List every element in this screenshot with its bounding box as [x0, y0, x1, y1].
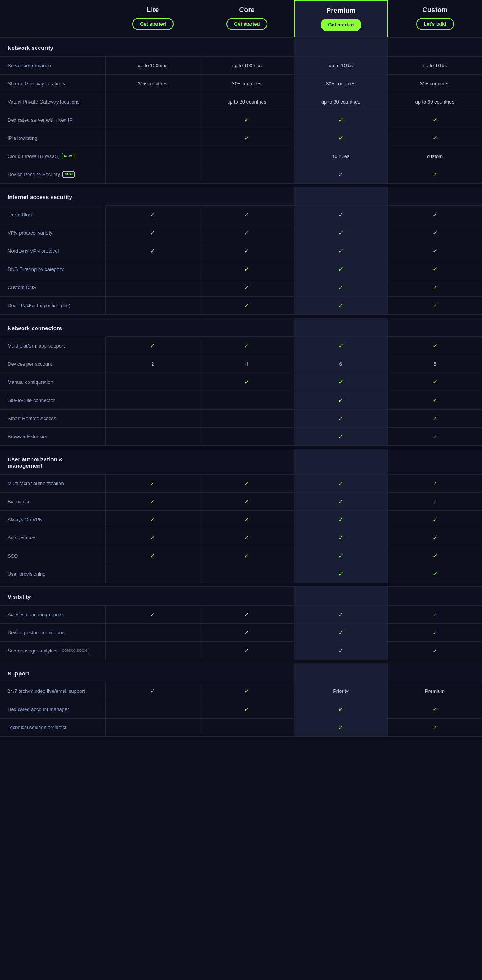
value-cell-1-1-0: ✓: [106, 224, 200, 242]
check-icon-0-3-3: ✓: [433, 116, 437, 124]
value-cell-3-5-2: ✓: [294, 565, 388, 583]
value-cell-1-0-3: ✓: [388, 206, 482, 224]
feature-row-0-0: Server performanceup to 100mbsup to 100m…: [0, 57, 482, 75]
feature-name-1-5: Deep Packet Inspection (lite): [0, 297, 106, 314]
check-icon-2-2-1: ✓: [244, 379, 249, 386]
section-fill-0-1: [200, 38, 294, 56]
feature-row-1-4: Custom DNS✓✓✓: [0, 278, 482, 297]
feature-row-5-1: Dedicated account manager✓✓✓: [0, 700, 482, 719]
value-cell-3-3-1: ✓: [200, 529, 294, 547]
feature-row-0-4: IP allowlisting✓✓✓: [0, 129, 482, 147]
check-icon-0-3-1: ✓: [244, 116, 249, 124]
feature-name-3-5: User provisioning: [0, 565, 106, 583]
value-cell-2-4-3: ✓: [388, 409, 482, 427]
check-icon-1-5-2: ✓: [338, 302, 343, 309]
check-icon-3-3-2: ✓: [338, 534, 343, 541]
core-plan-name: Core: [239, 6, 255, 14]
value-cell-3-5-1: [200, 565, 294, 583]
feature-row-2-5: Browser Extension✓✓: [0, 428, 482, 446]
check-icon-3-1-1: ✓: [244, 498, 249, 505]
check-icon-1-1-1: ✓: [244, 229, 249, 237]
feature-row-3-0: Multi-factor authentication✓✓✓✓: [0, 474, 482, 493]
check-icon-3-4-1: ✓: [244, 552, 249, 560]
check-icon-4-0-3: ✓: [433, 611, 437, 618]
value-cell-3-1-3: ✓: [388, 493, 482, 511]
section-header-2: Network connectors: [0, 318, 482, 337]
section-fill-0-2: [294, 38, 388, 56]
section-fill-4-3: [388, 587, 482, 605]
section-spacer-2: [0, 446, 482, 449]
value-cell-2-5-3: ✓: [388, 428, 482, 445]
check-icon-4-2-2: ✓: [338, 647, 343, 654]
core-get-started-button[interactable]: Get started: [227, 18, 268, 30]
value-cell-2-1-0: 2: [106, 355, 200, 373]
value-cell-0-6-3: ✓: [388, 165, 482, 183]
value-cell-0-2-2: up to 30 countries: [294, 93, 388, 111]
value-cell-3-4-2: ✓: [294, 547, 388, 565]
custom-lets-talk-button[interactable]: Let's talk!: [416, 18, 454, 30]
check-icon-3-3-0: ✓: [150, 534, 155, 541]
value-cell-1-4-2: ✓: [294, 278, 388, 296]
premium-get-started-button[interactable]: Get started: [321, 19, 362, 31]
check-icon-3-2-0: ✓: [150, 516, 155, 523]
feature-row-0-5: Cloud Firewall (FWaaS)NEW10 rulescustom: [0, 147, 482, 165]
section-fill-2-1: [200, 318, 294, 337]
value-cell-5-2-1: [200, 719, 294, 736]
feature-name-1-2: NordLynx VPN protocol: [0, 242, 106, 260]
check-icon-2-3-2: ✓: [338, 397, 343, 404]
value-cell-0-2-0: [106, 93, 200, 111]
value-cell-2-4-2: ✓: [294, 409, 388, 427]
check-icon-1-5-1: ✓: [244, 302, 249, 309]
feature-name-2-5: Browser Extension: [0, 428, 106, 445]
pricing-table: Lite Get started Core Get started Premiu…: [0, 0, 482, 740]
value-cell-2-2-3: ✓: [388, 373, 482, 391]
header-custom: Custom Let's talk!: [388, 0, 482, 37]
value-cell-4-1-0: [106, 624, 200, 641]
feature-name-5-1: Dedicated account manager: [0, 700, 106, 718]
section-fill-2-3: [388, 318, 482, 337]
value-cell-0-2-1: up to 30 countries: [200, 93, 294, 111]
check-icon-1-1-3: ✓: [433, 229, 437, 237]
section-spacer-3: [0, 583, 482, 586]
section-spacer-5: [0, 737, 482, 740]
check-icon-1-3-2: ✓: [338, 266, 343, 273]
feature-row-1-1: VPN protocol variety✓✓✓✓: [0, 224, 482, 242]
check-icon-2-0-1: ✓: [244, 342, 249, 350]
check-icon-3-3-3: ✓: [433, 534, 437, 541]
value-cell-1-1-2: ✓: [294, 224, 388, 242]
value-cell-2-3-3: ✓: [388, 391, 482, 409]
header-core: Core Get started: [200, 0, 294, 37]
feature-row-2-3: Site-to-Site connector✓✓: [0, 391, 482, 409]
value-cell-5-1-3: ✓: [388, 700, 482, 718]
section-title-2: Network connectors: [0, 318, 106, 337]
value-cell-2-0-3: ✓: [388, 337, 482, 355]
value-cell-0-1-0: 30+ countries: [106, 75, 200, 92]
section-header-3: User authorization & management: [0, 449, 482, 474]
section-fill-1-1: [200, 187, 294, 205]
value-cell-0-3-1: ✓: [200, 111, 294, 129]
value-cell-2-4-1: [200, 409, 294, 427]
feature-name-2-0: Multi-platform app support: [0, 337, 106, 355]
value-cell-2-3-1: [200, 391, 294, 409]
feature-row-5-2: Technical solution architect✓✓: [0, 719, 482, 737]
section-header-1: Internet access security: [0, 187, 482, 206]
check-icon-0-6-3: ✓: [433, 171, 437, 178]
value-cell-2-2-2: ✓: [294, 373, 388, 391]
feature-name-0-1: Shared Gateway locations: [0, 75, 106, 92]
value-cell-5-0-3: Premium: [388, 682, 482, 700]
value-cell-2-1-1: 4: [200, 355, 294, 373]
value-cell-0-4-0: [106, 129, 200, 147]
value-cell-4-1-1: ✓: [200, 624, 294, 641]
section-title-5: Support: [0, 663, 106, 682]
value-cell-0-5-2: 10 rules: [294, 147, 388, 165]
value-cell-2-5-1: [200, 428, 294, 445]
header-empty-cell: [0, 0, 106, 37]
value-cell-0-4-2: ✓: [294, 129, 388, 147]
value-cell-0-4-3: ✓: [388, 129, 482, 147]
section-fill-5-1: [200, 663, 294, 682]
feature-row-0-6: Device Posture SecurityNEW✓✓: [0, 165, 482, 184]
check-icon-2-5-2: ✓: [338, 433, 343, 440]
check-icon-1-0-3: ✓: [433, 211, 437, 218]
value-cell-3-3-3: ✓: [388, 529, 482, 547]
lite-get-started-button[interactable]: Get started: [132, 18, 174, 30]
